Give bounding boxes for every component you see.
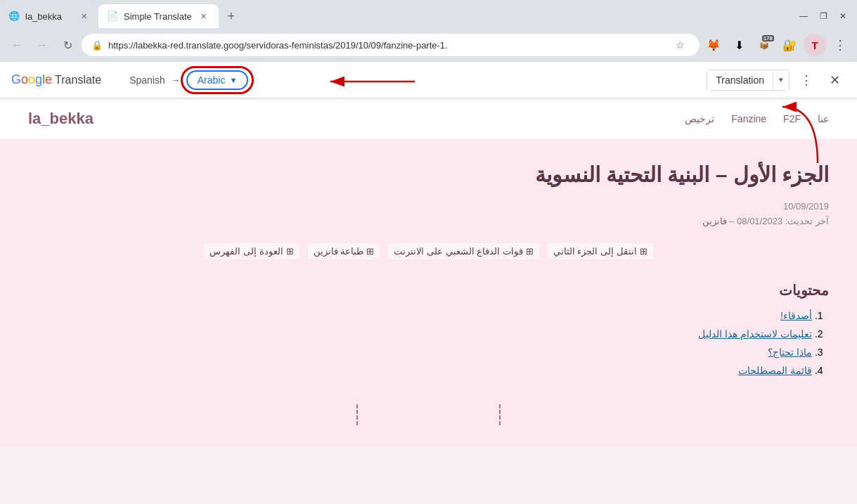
article-updated: آخر تحديث: 08/01/2023 – فانزين	[28, 216, 829, 226]
extension-178-button[interactable]: 📦 178	[753, 34, 775, 56]
g-letter-3: o	[28, 72, 35, 86]
article-nav-link-3[interactable]: ⊞ طباعة فانزين	[308, 243, 380, 259]
tab-simple-translate[interactable]: 📄 Simple Translate ✕	[98, 4, 219, 28]
google-text: Google	[11, 72, 52, 87]
list-item: تعليمات لاستخدام هذا الدليل	[28, 328, 812, 340]
refresh-button[interactable]: ↻	[56, 34, 79, 56]
extensions-area: 🦊 ⬇ 📦 178 🔐 T	[702, 34, 826, 56]
article-nav-link-2[interactable]: ⊞ قوات الدفاع الشعبي على الانترنت	[388, 243, 539, 259]
nav-link-text-3: طباعة فانزين	[314, 246, 364, 257]
updated-label: آخر تحديث:	[785, 216, 829, 226]
article-nav-link-4[interactable]: ⊞ العودة إلى الفهرس	[204, 243, 299, 259]
updated-separator: –	[729, 216, 734, 226]
google-logo: Google Translate	[11, 72, 118, 87]
translation-mode-label: Translation	[707, 70, 773, 90]
url-text: https://labekka-red.translate.goog/servi…	[108, 40, 664, 51]
nav-link-f2f[interactable]: F2F	[783, 113, 801, 124]
nav-link-text-2: قوات الدفاع الشعبي على الانترنت	[394, 246, 522, 257]
contents-link-1[interactable]: أصدقاء!	[780, 310, 812, 321]
list-item: أصدقاء!	[28, 310, 812, 321]
new-tab-button[interactable]: +	[221, 6, 241, 26]
dot-2	[499, 404, 501, 425]
nav-link-icon-2: ⊞	[526, 246, 534, 257]
dot-1	[356, 404, 359, 425]
nav-link-icon-1: ⊞	[640, 246, 647, 257]
page-content: la_bekka ترخيص Fanzine F2F عنا الجزء الأ…	[0, 98, 857, 448]
tab-close-1[interactable]: ✕	[77, 10, 90, 22]
tab-la-bekka[interactable]: 🌐 la_bekka ✕	[0, 4, 98, 28]
translation-mode-selector[interactable]: Translation ▾	[707, 70, 790, 91]
article-nav-links: ⊞ انتقل إلى الجزء الثاني ⊞ قوات الدفاع ا…	[28, 243, 829, 259]
g-letter-6: e	[45, 72, 52, 86]
maximize-button[interactable]: ❐	[815, 8, 832, 25]
article-date: 10/09/2019	[28, 201, 829, 212]
language-dropdown-icon: ▼	[229, 76, 237, 84]
translate-label: Translate	[55, 74, 101, 86]
bookmark-icon[interactable]: ☆	[670, 35, 690, 55]
updated-link[interactable]: فانزين	[702, 216, 727, 226]
tab-title-1: la_bekka	[25, 11, 72, 22]
close-button[interactable]: ✕	[835, 8, 851, 25]
contents-link-2[interactable]: تعليمات لاستخدام هذا الدليل	[698, 328, 812, 340]
article-area: الجزء الأول – البنية التحتية النسوية 10/…	[0, 140, 857, 448]
contents-link-4[interactable]: قائمة المصطلحات	[738, 365, 812, 376]
translate-more-button[interactable]: ⋮	[795, 69, 818, 91]
decorative-dots	[28, 404, 829, 425]
site-logo: la_bekka	[28, 110, 94, 128]
minimize-button[interactable]: —	[795, 8, 812, 25]
site-nav: ترخيص Fanzine F2F عنا	[685, 113, 829, 124]
translate-bar-right: Translation ▾ ⋮ ✕	[707, 69, 846, 91]
lock-icon: 🔒	[91, 40, 103, 51]
g-letter-2: o	[21, 72, 28, 86]
password-extension-button[interactable]: 🦊	[702, 34, 725, 56]
contents-link-3[interactable]: ماذا تحتاج؟	[768, 347, 812, 358]
forward-button[interactable]: →	[31, 34, 53, 56]
article-title: الجزء الأول – البنية التحتية النسوية	[28, 162, 829, 187]
tab-close-2[interactable]: ✕	[198, 10, 210, 22]
source-language-label: Spanish	[129, 75, 165, 86]
tab-title-2: Simple Translate	[124, 11, 192, 22]
logo-bold: ekka	[59, 110, 94, 127]
list-item: ماذا تحتاج؟	[28, 347, 812, 358]
translation-dropdown-icon[interactable]: ▾	[773, 71, 789, 89]
translate-extension-button[interactable]: T	[804, 34, 826, 56]
tab-favicon-1: 🌐	[8, 11, 20, 22]
nav-link-about[interactable]: عنا	[818, 113, 829, 124]
contents-list: أصدقاء! تعليمات لاستخدام هذا الدليل ماذا…	[28, 310, 829, 376]
back-button[interactable]: ←	[6, 34, 28, 56]
article-nav-link-1[interactable]: ⊞ انتقل إلى الجزء الثاني	[548, 243, 653, 259]
nav-link-text-4: العودة إلى الفهرس	[210, 246, 283, 257]
url-bar[interactable]: 🔒 https://labekka-red.translate.goog/ser…	[82, 34, 700, 56]
target-language-label: Arabic	[198, 75, 226, 86]
address-bar: ← → ↻ 🔒 https://labekka-red.translate.go…	[0, 28, 857, 62]
nav-link-fanzine[interactable]: Fanzine	[731, 113, 766, 124]
browser-menu-button[interactable]: ⋮	[829, 34, 851, 56]
tab-favicon-2: 📄	[107, 11, 118, 22]
target-language-button[interactable]: Arabic ▼	[186, 70, 249, 90]
download-button[interactable]: ⬇	[728, 34, 750, 56]
nav-link-text-1: انتقل إلى الجزء الثاني	[553, 246, 637, 257]
g-letter-1: G	[11, 72, 21, 86]
contents-heading: محتويات	[28, 282, 829, 299]
browser-window: 🌐 la_bekka ✕ 📄 Simple Translate ✕ + — ❐ …	[0, 0, 857, 504]
target-language-container: Arabic ▼	[186, 70, 249, 90]
url-actions: ☆	[670, 35, 690, 55]
tab-bar: 🌐 la_bekka ✕ 📄 Simple Translate ✕ + — ❐ …	[0, 0, 857, 28]
window-controls: — ❐ ✕	[795, 8, 857, 25]
nav-link-icon-3: ⊞	[366, 246, 374, 257]
nav-link-license[interactable]: ترخيص	[685, 113, 714, 124]
arrow-annotation-1	[323, 73, 422, 93]
site-header: la_bekka ترخيص Fanzine F2F عنا	[0, 98, 857, 140]
lock-extension-button[interactable]: 🔐	[778, 34, 801, 56]
updated-date: 08/01/2023	[737, 216, 782, 226]
list-item: قائمة المصطلحات	[28, 365, 812, 376]
g-letter-4: g	[35, 72, 42, 86]
translate-close-button[interactable]: ✕	[823, 69, 846, 91]
nav-link-icon-4: ⊞	[286, 246, 294, 257]
logo-prefix: la_b	[28, 110, 59, 127]
language-arrow: →	[171, 75, 181, 86]
translate-bar: Google Translate Spanish → Arabic ▼	[0, 62, 857, 98]
